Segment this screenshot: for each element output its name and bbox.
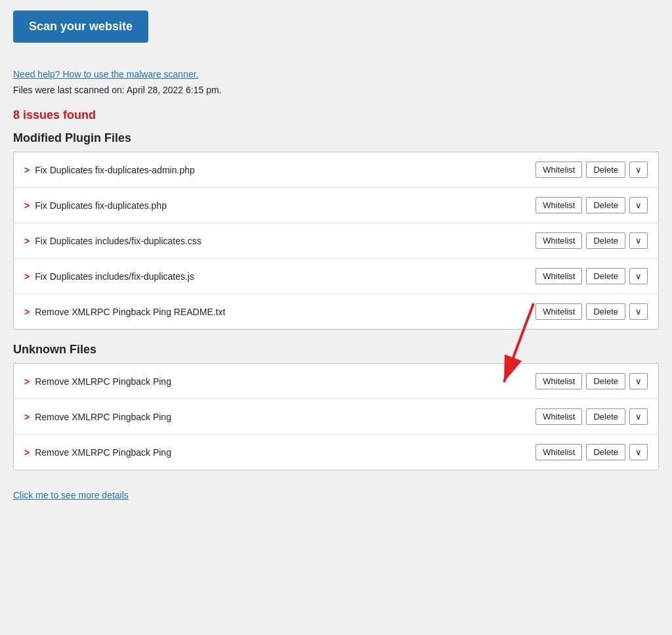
row-arrow-icon: > bbox=[24, 447, 30, 458]
delete-button[interactable]: Delete bbox=[586, 303, 625, 320]
row-arrow-icon: > bbox=[24, 236, 30, 246]
row-arrow-icon: > bbox=[24, 200, 30, 211]
file-actions: Whitelist Delete ∨ bbox=[536, 444, 648, 460]
expand-chevron-button[interactable]: ∨ bbox=[629, 444, 648, 460]
table-row: > Remove XMLRPC Pingback Ping Whitelist … bbox=[14, 399, 658, 435]
file-actions: Whitelist Delete ∨ bbox=[536, 303, 648, 320]
whitelist-button[interactable]: Whitelist bbox=[536, 232, 582, 249]
delete-button[interactable]: Delete bbox=[586, 373, 625, 389]
table-row: > Remove XMLRPC Pingback Ping Whitelist … bbox=[14, 435, 658, 470]
click-more-details-link[interactable]: Click me to see more details bbox=[13, 490, 129, 500]
unknown-files-title: Unknown Files bbox=[13, 343, 659, 357]
table-row: > Fix Duplicates fix-duplicates.php Whit… bbox=[14, 188, 658, 223]
file-actions: Whitelist Delete ∨ bbox=[536, 268, 648, 284]
table-row: > Remove XMLRPC Pingback Ping README.txt… bbox=[14, 294, 658, 329]
whitelist-button[interactable]: Whitelist bbox=[536, 197, 582, 213]
expand-chevron-button[interactable]: ∨ bbox=[629, 197, 648, 213]
expand-chevron-button[interactable]: ∨ bbox=[629, 408, 648, 425]
whitelist-button[interactable]: Whitelist bbox=[536, 162, 582, 178]
row-arrow-icon: > bbox=[24, 307, 30, 317]
file-name: Fix Duplicates fix-duplicates.php bbox=[35, 200, 536, 211]
expand-chevron-button[interactable]: ∨ bbox=[629, 162, 648, 178]
delete-button[interactable]: Delete bbox=[586, 268, 625, 284]
file-name: Remove XMLRPC Pingback Ping bbox=[35, 412, 536, 422]
unknown-files-section: Unknown Files > Remove XMLRPC Pingback P… bbox=[13, 343, 659, 470]
unknown-files-list: > Remove XMLRPC Pingback Ping Whitelist … bbox=[13, 363, 659, 470]
row-arrow-icon: > bbox=[24, 376, 30, 387]
delete-button[interactable]: Delete bbox=[586, 444, 625, 460]
file-actions: Whitelist Delete ∨ bbox=[536, 373, 648, 389]
delete-button[interactable]: Delete bbox=[586, 162, 625, 178]
modified-plugin-files-section: Modified Plugin Files > Fix Duplicates bbox=[13, 131, 659, 330]
table-row: > Remove XMLRPC Pingback Ping Whitelist … bbox=[14, 364, 658, 399]
file-name: Fix Duplicates includes/fix-duplicates.j… bbox=[35, 271, 536, 282]
table-row: > Fix Duplicates includes/fix-duplicates… bbox=[14, 223, 658, 259]
table-row: > Fix Duplicates fix-duplicates-admin.ph… bbox=[14, 152, 658, 188]
row-arrow-icon: > bbox=[24, 412, 30, 422]
delete-button[interactable]: Delete bbox=[586, 197, 625, 213]
file-actions: Whitelist Delete ∨ bbox=[536, 408, 648, 425]
row-arrow-icon: > bbox=[24, 165, 30, 175]
file-name: Fix Duplicates includes/fix-duplicates.c… bbox=[35, 236, 536, 246]
file-actions: Whitelist Delete ∨ bbox=[536, 232, 648, 249]
scan-website-button[interactable]: Scan your website bbox=[13, 11, 148, 43]
modified-plugin-files-list: > Fix Duplicates fix-duplicates-admin.ph… bbox=[13, 152, 659, 330]
file-actions: Whitelist Delete ∨ bbox=[536, 197, 648, 213]
expand-chevron-button[interactable]: ∨ bbox=[629, 373, 648, 389]
file-actions: Whitelist Delete ∨ bbox=[536, 162, 648, 178]
table-row: > Fix Duplicates includes/fix-duplicates… bbox=[14, 259, 658, 294]
expand-chevron-button[interactable]: ∨ bbox=[629, 232, 648, 249]
file-name: Remove XMLRPC Pingback Ping README.txt bbox=[35, 307, 536, 317]
file-name: Fix Duplicates fix-duplicates-admin.php bbox=[35, 165, 536, 175]
whitelist-button[interactable]: Whitelist bbox=[536, 444, 582, 460]
expand-chevron-button[interactable]: ∨ bbox=[629, 303, 648, 320]
row-arrow-icon: > bbox=[24, 271, 30, 282]
delete-button[interactable]: Delete bbox=[586, 408, 625, 425]
modified-plugin-files-title: Modified Plugin Files bbox=[13, 131, 659, 145]
file-name: Remove XMLRPC Pingback Ping bbox=[35, 447, 536, 458]
whitelist-button[interactable]: Whitelist bbox=[536, 373, 582, 389]
last-scanned-text: Files were last scanned on: April 28, 20… bbox=[13, 85, 659, 95]
expand-chevron-button[interactable]: ∨ bbox=[629, 268, 648, 284]
whitelist-button[interactable]: Whitelist bbox=[536, 408, 582, 425]
whitelist-button[interactable]: Whitelist bbox=[536, 268, 582, 284]
whitelist-button[interactable]: Whitelist bbox=[536, 303, 582, 320]
file-name: Remove XMLRPC Pingback Ping bbox=[35, 376, 536, 387]
help-link[interactable]: Need help? How to use the malware scanne… bbox=[13, 69, 659, 79]
issues-summary: 8 issues found bbox=[13, 108, 659, 122]
delete-button[interactable]: Delete bbox=[586, 232, 625, 249]
